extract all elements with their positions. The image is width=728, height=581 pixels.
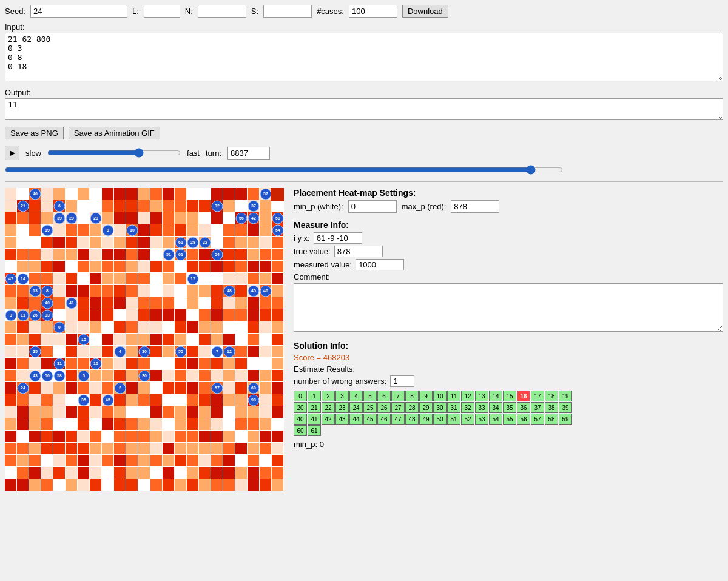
grid-cell[interactable]: 14 <box>489 391 502 401</box>
wrong-input[interactable] <box>390 375 414 387</box>
grid-cell[interactable]: 51 <box>447 414 460 425</box>
download-button[interactable]: Download <box>402 5 448 18</box>
grid-cell[interactable]: 24 <box>349 402 363 413</box>
fast-label: fast <box>187 149 200 158</box>
grid-cell[interactable]: 41 <box>308 414 321 425</box>
grid-cell[interactable]: 11 <box>447 391 460 401</box>
grid-cell[interactable]: 22 <box>322 402 335 413</box>
speed-slider[interactable] <box>47 148 181 158</box>
grid-cell[interactable]: 31 <box>447 402 460 413</box>
heatmap-canvas <box>5 188 284 491</box>
grid-cell[interactable]: 20 <box>294 402 307 413</box>
grid-cell[interactable]: 34 <box>489 402 502 413</box>
grid-cell[interactable]: 58 <box>545 414 558 425</box>
grid-cell[interactable]: 61 <box>308 425 321 436</box>
comment-textarea[interactable] <box>294 283 723 332</box>
output-textarea[interactable]: 11 <box>5 98 723 120</box>
grid-cell[interactable]: 50 <box>433 414 447 425</box>
grid-cell[interactable]: 2 <box>322 391 335 401</box>
grid-cell[interactable]: 53 <box>475 414 488 425</box>
grid-cell[interactable]: 36 <box>517 402 530 413</box>
grid-cell[interactable]: 29 <box>419 402 433 413</box>
grid-cell[interactable]: 13 <box>475 391 488 401</box>
grid-cell[interactable]: 49 <box>419 414 433 425</box>
grid-cell[interactable]: 57 <box>531 414 544 425</box>
grid-cell[interactable]: 18 <box>545 391 558 401</box>
grid-cell[interactable]: 26 <box>377 402 391 413</box>
grid-cell[interactable]: 52 <box>461 414 474 425</box>
measured-val-label: measured value: <box>294 260 352 269</box>
grid-cell[interactable]: 1 <box>308 391 321 401</box>
measure-info: Measure Info: i y x: 61 -9 -10 true valu… <box>294 220 723 334</box>
grid-cell[interactable]: 10 <box>433 391 447 401</box>
grid-cell[interactable]: 30 <box>433 402 447 413</box>
grid-cell[interactable]: 8 <box>405 391 419 401</box>
grid-cell[interactable]: 23 <box>335 402 349 413</box>
grid-cell[interactable]: 38 <box>545 402 558 413</box>
grid-cell[interactable]: 21 <box>308 402 321 413</box>
grid-cell[interactable]: 17 <box>531 391 544 401</box>
playback-row: ▶ slow fast turn: <box>5 146 723 160</box>
estimate-label: Estimate Results: <box>294 364 723 374</box>
grid-row: 012345678910111213141516171819 <box>294 391 723 401</box>
grid-cell[interactable]: 3 <box>335 391 349 401</box>
N-input[interactable] <box>198 5 246 18</box>
grid-cell[interactable]: 25 <box>363 402 377 413</box>
content-area: Placement Heat-map Settings: min_p (whit… <box>5 188 723 491</box>
save-buttons: Save as PNG Save as Animation GIF <box>5 127 723 139</box>
grid-cell[interactable]: 59 <box>559 414 572 425</box>
iyx-value: 61 -9 -10 <box>314 232 362 244</box>
grid-cell[interactable]: 4 <box>349 391 363 401</box>
grid-cell[interactable]: 15 <box>503 391 516 401</box>
grid-cell[interactable]: 56 <box>517 414 530 425</box>
grid-cell[interactable]: 54 <box>489 414 502 425</box>
save-png-button[interactable]: Save as PNG <box>5 127 64 139</box>
min-p-bottom: min_p: 0 <box>294 440 723 449</box>
iyx-label: i y x: <box>294 233 310 243</box>
grid-cell[interactable]: 28 <box>405 402 419 413</box>
grid-cell[interactable]: 19 <box>559 391 572 401</box>
grid-cell[interactable]: 60 <box>294 425 307 436</box>
grid-cell[interactable]: 42 <box>322 414 335 425</box>
grid-cell[interactable]: 7 <box>391 391 405 401</box>
grid-cell[interactable]: 45 <box>363 414 377 425</box>
grid-cell[interactable]: 37 <box>531 402 544 413</box>
grid-cell[interactable]: 48 <box>405 414 419 425</box>
grid-cell[interactable]: 12 <box>461 391 474 401</box>
save-gif-button[interactable]: Save as Animation GIF <box>69 127 160 139</box>
grid-cell[interactable]: 40 <box>294 414 307 425</box>
grid-cell[interactable]: 32 <box>461 402 474 413</box>
grid-cell[interactable]: 33 <box>475 402 488 413</box>
cases-input[interactable] <box>349 5 397 18</box>
grid-cell[interactable]: 0 <box>294 391 307 401</box>
main-slider[interactable] <box>5 167 563 172</box>
grid-cell[interactable]: 16 <box>517 391 530 401</box>
L-input[interactable] <box>144 5 180 18</box>
grid-cell[interactable]: 46 <box>377 414 391 425</box>
grid-cell[interactable]: 43 <box>335 414 349 425</box>
measured-val-value: 1000 <box>356 259 404 270</box>
grid-cell[interactable]: 47 <box>391 414 405 425</box>
grid-cell[interactable]: 44 <box>349 414 363 425</box>
seed-input[interactable] <box>30 5 127 18</box>
right-panel: Placement Heat-map Settings: min_p (whit… <box>294 188 723 455</box>
grid-cell[interactable]: 55 <box>503 414 516 425</box>
grid-cell[interactable]: 9 <box>419 391 433 401</box>
grid-cell[interactable]: 5 <box>363 391 377 401</box>
grid-cell[interactable]: 35 <box>503 402 516 413</box>
grid-cell[interactable]: 6 <box>377 391 391 401</box>
seed-label: Seed: <box>5 7 25 16</box>
input-textarea[interactable]: 21 62 800 0 3 0 8 0 18 <box>5 33 723 81</box>
comment-label: Comment: <box>294 272 330 281</box>
grid-cell[interactable]: 27 <box>391 402 405 413</box>
divider <box>5 181 723 182</box>
S-input[interactable] <box>263 5 312 18</box>
slow-label: slow <box>25 149 41 158</box>
grid-cell[interactable]: 39 <box>559 402 572 413</box>
grid-row: 2021222324252627282930313233343536373839 <box>294 402 723 413</box>
turn-label: turn: <box>206 149 221 158</box>
min-p-input[interactable] <box>348 200 397 213</box>
play-button[interactable]: ▶ <box>5 146 19 160</box>
max-p-input[interactable] <box>451 200 499 213</box>
turn-input[interactable] <box>228 147 270 160</box>
